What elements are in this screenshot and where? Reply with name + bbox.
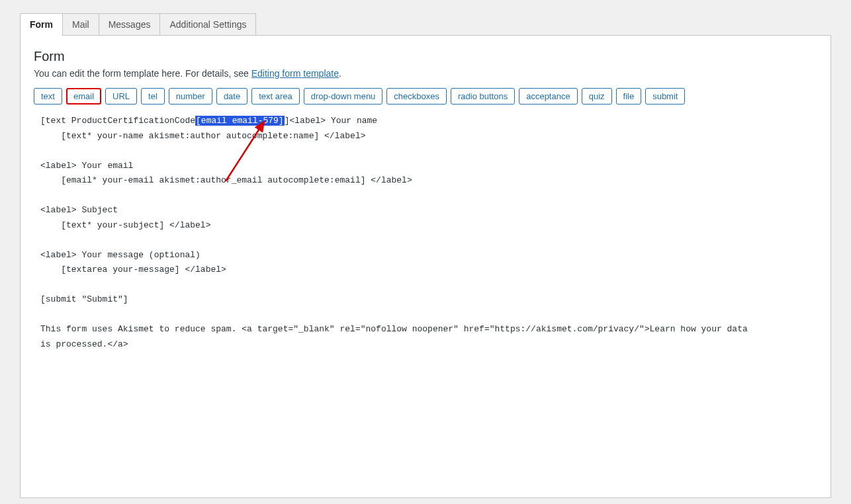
code-rest: [text* your-name akismet:author autocomp… <box>40 131 748 349</box>
inserted-email-tag: [email email-579] <box>195 116 285 126</box>
svg-line-1 <box>226 122 264 181</box>
tag-btn-number[interactable]: number <box>169 88 212 105</box>
tab-additional-settings[interactable]: Additional Settings <box>159 13 256 36</box>
tab-form[interactable]: Form <box>20 13 63 36</box>
form-code-overlay: [text ProductCertificationCode[email ema… <box>40 114 748 352</box>
desc-prefix: You can edit the form template here. For… <box>34 68 251 79</box>
tab-messages[interactable]: Messages <box>99 13 161 36</box>
tag-btn-email[interactable]: email <box>66 88 101 105</box>
tag-btn-textarea[interactable]: text area <box>251 88 300 105</box>
form-panel: Form You can edit the form template here… <box>20 35 831 498</box>
annotation-arrow <box>206 116 272 183</box>
code-line1-suffix: ]<label> Your name <box>285 116 377 126</box>
code-line1-prefix: [text ProductCertificationCode <box>40 116 195 126</box>
section-description: You can edit the form template here. For… <box>34 68 817 79</box>
editing-template-link[interactable]: Editing form template <box>251 68 339 79</box>
tag-btn-acceptance[interactable]: acceptance <box>519 88 578 105</box>
tag-btn-submit[interactable]: submit <box>645 88 685 105</box>
tabs-container: Form Mail Messages Additional Settings <box>20 13 831 36</box>
tag-btn-quiz[interactable]: quiz <box>582 88 612 105</box>
tag-btn-url[interactable]: URL <box>105 88 137 105</box>
tag-btn-tel[interactable]: tel <box>141 88 165 105</box>
form-textarea-wrapper: [text ProductCertificationCode[email ema… <box>34 108 817 474</box>
tag-btn-dropdown[interactable]: drop-down menu <box>304 88 383 105</box>
tag-btn-file[interactable]: file <box>616 88 642 105</box>
tab-mail[interactable]: Mail <box>62 13 99 36</box>
desc-suffix: . <box>339 68 341 79</box>
tag-btn-radio[interactable]: radio buttons <box>451 88 515 105</box>
tag-btn-text[interactable]: text <box>34 88 62 105</box>
tag-btn-date[interactable]: date <box>216 88 247 105</box>
tag-btn-checkboxes[interactable]: checkboxes <box>386 88 447 105</box>
section-title: Form <box>34 49 817 64</box>
tag-generator-buttons: text email URL tel number date text area… <box>34 88 817 105</box>
